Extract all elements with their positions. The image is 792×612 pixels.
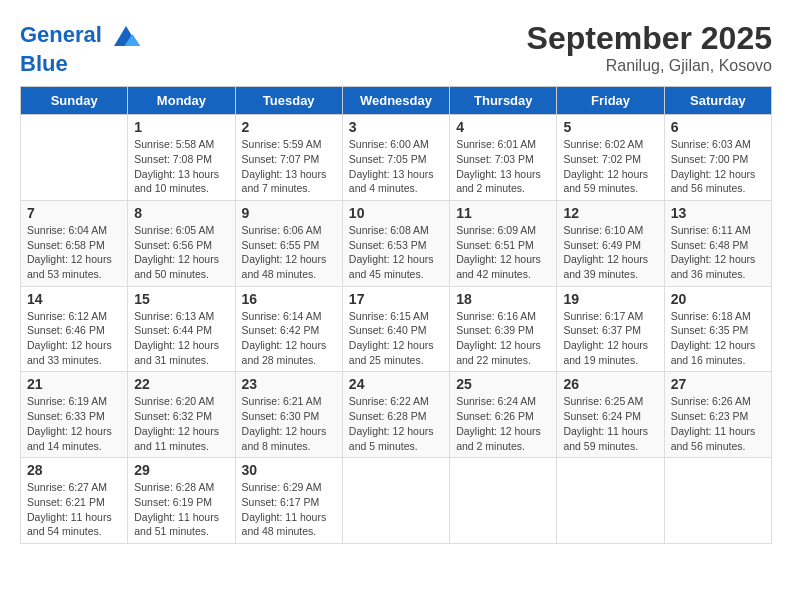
day-info: Sunrise: 6:22 AMSunset: 6:28 PMDaylight:… [349, 394, 443, 453]
calendar-day-cell [21, 115, 128, 201]
calendar-day-cell: 24Sunrise: 6:22 AMSunset: 6:28 PMDayligh… [342, 372, 449, 458]
day-info: Sunrise: 6:11 AMSunset: 6:48 PMDaylight:… [671, 223, 765, 282]
day-number: 21 [27, 376, 121, 392]
calendar-week-row: 1Sunrise: 5:58 AMSunset: 7:08 PMDaylight… [21, 115, 772, 201]
day-number: 4 [456, 119, 550, 135]
day-info: Sunrise: 6:20 AMSunset: 6:32 PMDaylight:… [134, 394, 228, 453]
day-number: 27 [671, 376, 765, 392]
calendar-day-cell: 16Sunrise: 6:14 AMSunset: 6:42 PMDayligh… [235, 286, 342, 372]
day-info: Sunrise: 6:13 AMSunset: 6:44 PMDaylight:… [134, 309, 228, 368]
day-number: 26 [563, 376, 657, 392]
day-number: 19 [563, 291, 657, 307]
calendar-body: 1Sunrise: 5:58 AMSunset: 7:08 PMDaylight… [21, 115, 772, 544]
calendar-day-cell: 8Sunrise: 6:05 AMSunset: 6:56 PMDaylight… [128, 200, 235, 286]
day-info: Sunrise: 6:01 AMSunset: 7:03 PMDaylight:… [456, 137, 550, 196]
calendar-day-cell: 5Sunrise: 6:02 AMSunset: 7:02 PMDaylight… [557, 115, 664, 201]
calendar-day-cell: 6Sunrise: 6:03 AMSunset: 7:00 PMDaylight… [664, 115, 771, 201]
day-info: Sunrise: 5:58 AMSunset: 7:08 PMDaylight:… [134, 137, 228, 196]
day-number: 5 [563, 119, 657, 135]
day-number: 18 [456, 291, 550, 307]
calendar-day-cell: 27Sunrise: 6:26 AMSunset: 6:23 PMDayligh… [664, 372, 771, 458]
calendar-day-cell: 15Sunrise: 6:13 AMSunset: 6:44 PMDayligh… [128, 286, 235, 372]
day-number: 12 [563, 205, 657, 221]
calendar-day-cell: 3Sunrise: 6:00 AMSunset: 7:05 PMDaylight… [342, 115, 449, 201]
logo-text: General [20, 20, 142, 52]
day-number: 17 [349, 291, 443, 307]
calendar-day-cell: 30Sunrise: 6:29 AMSunset: 6:17 PMDayligh… [235, 458, 342, 544]
day-info: Sunrise: 6:26 AMSunset: 6:23 PMDaylight:… [671, 394, 765, 453]
day-info: Sunrise: 6:14 AMSunset: 6:42 PMDaylight:… [242, 309, 336, 368]
day-number: 13 [671, 205, 765, 221]
day-of-week-header: Monday [128, 87, 235, 115]
day-number: 29 [134, 462, 228, 478]
day-number: 28 [27, 462, 121, 478]
day-number: 15 [134, 291, 228, 307]
calendar-day-cell: 19Sunrise: 6:17 AMSunset: 6:37 PMDayligh… [557, 286, 664, 372]
calendar-week-row: 28Sunrise: 6:27 AMSunset: 6:21 PMDayligh… [21, 458, 772, 544]
day-info: Sunrise: 6:12 AMSunset: 6:46 PMDaylight:… [27, 309, 121, 368]
title-block: September 2025 Ranilug, Gjilan, Kosovo [527, 20, 772, 75]
logo: General Blue [20, 20, 142, 76]
day-info: Sunrise: 6:15 AMSunset: 6:40 PMDaylight:… [349, 309, 443, 368]
day-of-week-header: Saturday [664, 87, 771, 115]
calendar-day-cell: 26Sunrise: 6:25 AMSunset: 6:24 PMDayligh… [557, 372, 664, 458]
day-info: Sunrise: 6:25 AMSunset: 6:24 PMDaylight:… [563, 394, 657, 453]
calendar-day-cell: 13Sunrise: 6:11 AMSunset: 6:48 PMDayligh… [664, 200, 771, 286]
calendar-week-row: 7Sunrise: 6:04 AMSunset: 6:58 PMDaylight… [21, 200, 772, 286]
day-number: 9 [242, 205, 336, 221]
day-info: Sunrise: 6:02 AMSunset: 7:02 PMDaylight:… [563, 137, 657, 196]
day-info: Sunrise: 5:59 AMSunset: 7:07 PMDaylight:… [242, 137, 336, 196]
calendar-day-cell: 2Sunrise: 5:59 AMSunset: 7:07 PMDaylight… [235, 115, 342, 201]
day-info: Sunrise: 6:08 AMSunset: 6:53 PMDaylight:… [349, 223, 443, 282]
calendar-day-cell: 9Sunrise: 6:06 AMSunset: 6:55 PMDaylight… [235, 200, 342, 286]
day-info: Sunrise: 6:29 AMSunset: 6:17 PMDaylight:… [242, 480, 336, 539]
calendar-day-cell: 21Sunrise: 6:19 AMSunset: 6:33 PMDayligh… [21, 372, 128, 458]
page-header: General Blue September 2025 Ranilug, Gji… [20, 20, 772, 76]
day-number: 30 [242, 462, 336, 478]
day-info: Sunrise: 6:28 AMSunset: 6:19 PMDaylight:… [134, 480, 228, 539]
day-number: 14 [27, 291, 121, 307]
day-number: 1 [134, 119, 228, 135]
calendar-day-cell [557, 458, 664, 544]
calendar-day-cell: 20Sunrise: 6:18 AMSunset: 6:35 PMDayligh… [664, 286, 771, 372]
day-of-week-header: Thursday [450, 87, 557, 115]
day-number: 20 [671, 291, 765, 307]
day-number: 22 [134, 376, 228, 392]
calendar-day-cell: 28Sunrise: 6:27 AMSunset: 6:21 PMDayligh… [21, 458, 128, 544]
day-info: Sunrise: 6:18 AMSunset: 6:35 PMDaylight:… [671, 309, 765, 368]
calendar-day-cell: 1Sunrise: 5:58 AMSunset: 7:08 PMDaylight… [128, 115, 235, 201]
calendar-day-cell [342, 458, 449, 544]
calendar-day-cell [664, 458, 771, 544]
day-number: 7 [27, 205, 121, 221]
day-number: 11 [456, 205, 550, 221]
calendar-day-cell: 23Sunrise: 6:21 AMSunset: 6:30 PMDayligh… [235, 372, 342, 458]
month-title: September 2025 [527, 20, 772, 57]
location-subtitle: Ranilug, Gjilan, Kosovo [527, 57, 772, 75]
day-number: 10 [349, 205, 443, 221]
day-info: Sunrise: 6:00 AMSunset: 7:05 PMDaylight:… [349, 137, 443, 196]
day-of-week-header: Wednesday [342, 87, 449, 115]
day-info: Sunrise: 6:24 AMSunset: 6:26 PMDaylight:… [456, 394, 550, 453]
day-info: Sunrise: 6:16 AMSunset: 6:39 PMDaylight:… [456, 309, 550, 368]
day-number: 23 [242, 376, 336, 392]
day-info: Sunrise: 6:10 AMSunset: 6:49 PMDaylight:… [563, 223, 657, 282]
day-info: Sunrise: 6:17 AMSunset: 6:37 PMDaylight:… [563, 309, 657, 368]
day-number: 8 [134, 205, 228, 221]
calendar-week-row: 21Sunrise: 6:19 AMSunset: 6:33 PMDayligh… [21, 372, 772, 458]
day-info: Sunrise: 6:09 AMSunset: 6:51 PMDaylight:… [456, 223, 550, 282]
day-info: Sunrise: 6:05 AMSunset: 6:56 PMDaylight:… [134, 223, 228, 282]
calendar-table: SundayMondayTuesdayWednesdayThursdayFrid… [20, 86, 772, 544]
day-info: Sunrise: 6:19 AMSunset: 6:33 PMDaylight:… [27, 394, 121, 453]
day-number: 6 [671, 119, 765, 135]
day-info: Sunrise: 6:06 AMSunset: 6:55 PMDaylight:… [242, 223, 336, 282]
day-number: 24 [349, 376, 443, 392]
calendar-week-row: 14Sunrise: 6:12 AMSunset: 6:46 PMDayligh… [21, 286, 772, 372]
day-number: 2 [242, 119, 336, 135]
calendar-day-cell: 7Sunrise: 6:04 AMSunset: 6:58 PMDaylight… [21, 200, 128, 286]
day-info: Sunrise: 6:04 AMSunset: 6:58 PMDaylight:… [27, 223, 121, 282]
day-of-week-header: Friday [557, 87, 664, 115]
calendar-day-cell: 11Sunrise: 6:09 AMSunset: 6:51 PMDayligh… [450, 200, 557, 286]
logo-blue: Blue [20, 52, 142, 76]
calendar-header-row: SundayMondayTuesdayWednesdayThursdayFrid… [21, 87, 772, 115]
calendar-day-cell: 25Sunrise: 6:24 AMSunset: 6:26 PMDayligh… [450, 372, 557, 458]
